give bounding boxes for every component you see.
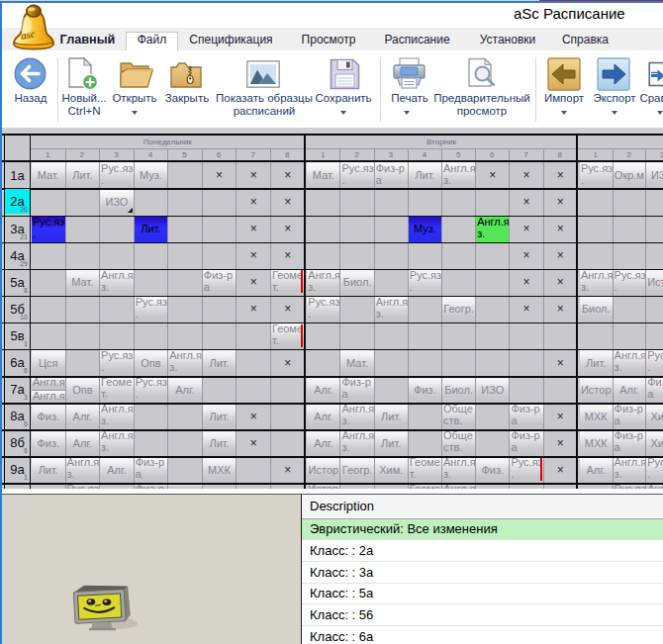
svg-text:asc: asc: [20, 28, 37, 42]
